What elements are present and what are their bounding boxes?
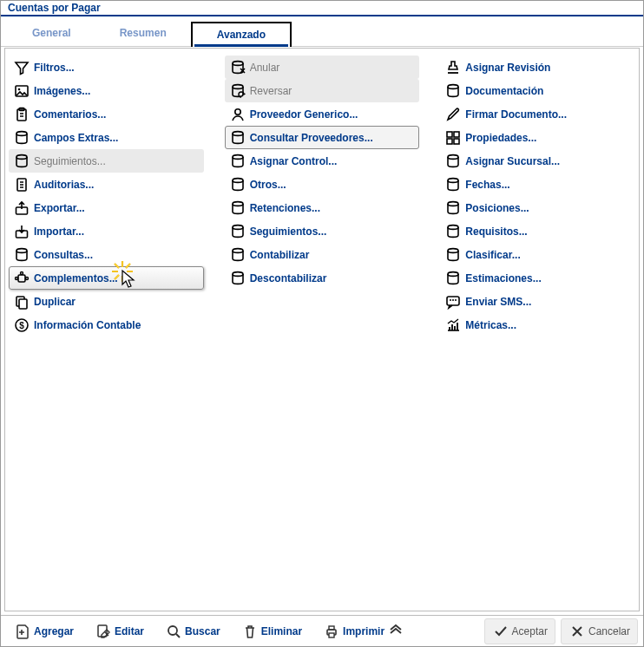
import-icon	[13, 223, 30, 240]
database-icon	[444, 270, 462, 287]
eliminar-button[interactable]: Eliminar	[233, 618, 310, 644]
item-contabilizar-label: Contabilizar	[250, 249, 310, 261]
aceptar-button[interactable]: Aceptar	[484, 618, 555, 644]
database-icon	[229, 223, 246, 240]
item-campos-extras-label: Campos Extras...	[34, 132, 118, 144]
item-propiedades[interactable]: Propiedades...	[440, 126, 635, 149]
sms-icon	[444, 293, 462, 310]
item-imagenes[interactable]: Imágenes...	[9, 79, 204, 102]
item-otros[interactable]: Otros...	[225, 173, 420, 196]
agregar-button[interactable]: Agregar	[6, 618, 82, 644]
column-1: Filtros... Imágenes... Comentarios... Ca…	[9, 56, 204, 337]
item-descontabilizar[interactable]: Descontabilizar	[225, 266, 420, 290]
item-auditorias-label: Auditorias...	[34, 179, 94, 191]
check-icon	[492, 623, 509, 640]
item-duplicar[interactable]: Duplicar	[9, 290, 204, 313]
filter-icon	[13, 59, 30, 76]
search-icon	[165, 623, 182, 640]
item-asignar-revision-label: Asignar Revisión	[465, 62, 550, 74]
plugin-icon	[13, 270, 30, 287]
item-anular-label: Anular	[250, 62, 280, 74]
item-asignar-revision[interactable]: Asignar Revisión	[440, 56, 635, 79]
item-fechas[interactable]: Fechas...	[440, 173, 635, 196]
image-icon	[13, 82, 30, 100]
item-estimaciones[interactable]: Estimaciones...	[440, 266, 635, 290]
item-asignar-control[interactable]: Asignar Control...	[225, 149, 420, 173]
db-cancel-icon	[229, 59, 246, 76]
chevron-up-icon	[387, 623, 404, 640]
database-icon	[229, 270, 246, 287]
item-importar-label: Importar...	[34, 225, 84, 238]
edit-doc-icon	[95, 623, 112, 640]
item-asignar-sucursal-label: Asignar Sucursal...	[465, 155, 560, 167]
item-consultar-proveedores[interactable]: Consultar Proveedores...	[225, 126, 420, 149]
database-icon	[444, 199, 462, 217]
database-icon	[13, 129, 30, 147]
stamp-icon	[444, 59, 462, 76]
item-posiciones-label: Posiciones...	[465, 202, 529, 214]
item-complementos[interactable]: Complementos...	[9, 266, 204, 290]
item-clasificar[interactable]: Clasificar...	[440, 243, 635, 266]
db-reverse-icon	[229, 82, 246, 100]
item-clasificar-label: Clasificar...	[465, 249, 520, 261]
item-metricas-label: Métricas...	[465, 319, 516, 331]
tab-avanzado-label: Avanzado	[217, 29, 266, 41]
item-consultar-proveedores-label: Consultar Proveedores...	[250, 132, 373, 144]
grid-icon	[444, 129, 462, 147]
item-filtros[interactable]: Filtros...	[9, 56, 204, 79]
pen-icon	[444, 106, 462, 123]
item-auditorias[interactable]: Auditorias...	[9, 173, 204, 196]
item-comentarios-label: Comentarios...	[34, 108, 106, 121]
item-contabilizar[interactable]: Contabilizar	[225, 243, 420, 266]
item-proveedor-generico[interactable]: Proveedor Generico...	[225, 102, 420, 126]
item-comentarios[interactable]: Comentarios...	[9, 102, 204, 126]
database-icon	[444, 223, 462, 240]
x-icon	[568, 623, 586, 640]
copy-icon	[13, 293, 30, 310]
column-3: Asignar Revisión Documentación Firmar Do…	[440, 56, 635, 337]
item-retenciones[interactable]: Retenciones...	[225, 196, 420, 219]
item-consultas[interactable]: Consultas...	[9, 243, 204, 266]
item-metricas[interactable]: Métricas...	[440, 313, 635, 337]
tab-avanzado[interactable]: Avanzado	[191, 22, 292, 47]
imprimir-label: Imprimir	[343, 625, 384, 637]
item-anular: Anular	[225, 56, 420, 79]
item-documentacion[interactable]: Documentación	[440, 79, 635, 102]
item-seguimientos-label: Seguimientos...	[34, 155, 106, 167]
tab-resumen[interactable]: Resumen	[95, 22, 191, 46]
item-exportar[interactable]: Exportar...	[9, 196, 204, 219]
item-posiciones[interactable]: Posiciones...	[440, 196, 635, 219]
database-icon	[229, 129, 246, 147]
person-icon	[229, 106, 246, 123]
chart-icon	[444, 317, 462, 334]
database-icon	[229, 153, 246, 170]
buscar-button[interactable]: Buscar	[157, 618, 228, 644]
database-icon	[444, 153, 462, 170]
item-requisitos[interactable]: Requisitos...	[440, 219, 635, 243]
database-icon	[444, 176, 462, 193]
item-importar[interactable]: Importar...	[9, 219, 204, 243]
editar-button[interactable]: Editar	[87, 618, 152, 644]
imprimir-button[interactable]: Imprimir	[315, 618, 412, 644]
item-enviar-sms-label: Enviar SMS...	[465, 296, 531, 308]
item-documentacion-label: Documentación	[465, 85, 543, 97]
database-icon	[13, 153, 30, 170]
item-enviar-sms[interactable]: Enviar SMS...	[440, 290, 635, 313]
item-fechas-label: Fechas...	[465, 179, 509, 191]
database-icon	[229, 199, 246, 217]
item-seguimientos-2[interactable]: Seguimientos...	[225, 219, 420, 243]
search-doc-icon	[13, 176, 30, 193]
item-imagenes-label: Imágenes...	[34, 85, 90, 97]
item-retenciones-label: Retenciones...	[250, 202, 320, 214]
item-asignar-sucursal[interactable]: Asignar Sucursal...	[440, 149, 635, 173]
item-firmar-documento[interactable]: Firmar Documento...	[440, 102, 635, 126]
item-consultas-label: Consultas...	[34, 249, 93, 261]
item-campos-extras[interactable]: Campos Extras...	[9, 126, 204, 149]
item-filtros-label: Filtros...	[34, 62, 75, 74]
cancelar-button[interactable]: Cancelar	[561, 618, 638, 644]
tab-general[interactable]: General	[8, 22, 95, 46]
database-icon	[229, 176, 246, 193]
item-info-contable[interactable]: Información Contable	[9, 313, 204, 337]
item-seguimientos: Seguimientos...	[9, 149, 204, 173]
item-proveedor-generico-label: Proveedor Generico...	[250, 108, 358, 121]
